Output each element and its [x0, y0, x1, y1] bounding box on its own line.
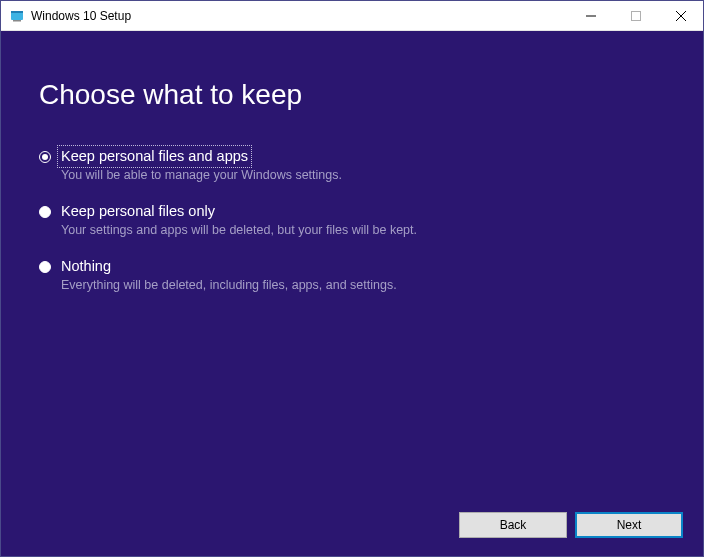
- option-description: Everything will be deleted, including fi…: [61, 278, 397, 292]
- setup-window: Windows 10 Setup Choose what to keep Kee…: [0, 0, 704, 557]
- titlebar: Windows 10 Setup: [1, 1, 703, 31]
- option-text: Nothing Everything will be deleted, incl…: [61, 257, 397, 292]
- options-group: Keep personal files and apps You will be…: [39, 147, 665, 312]
- option-text: Keep personal files and apps You will be…: [61, 147, 342, 182]
- option-text: Keep personal files only Your settings a…: [61, 202, 417, 237]
- option-label: Nothing: [61, 257, 111, 276]
- option-nothing[interactable]: Nothing Everything will be deleted, incl…: [39, 257, 665, 292]
- svg-rect-4: [631, 11, 640, 20]
- app-icon: [9, 8, 25, 24]
- option-label: Keep personal files only: [61, 202, 215, 221]
- svg-rect-2: [13, 20, 21, 22]
- footer-buttons: Back Next: [459, 512, 683, 538]
- option-label: Keep personal files and apps: [59, 147, 250, 166]
- option-keep-files-only[interactable]: Keep personal files only Your settings a…: [39, 202, 665, 237]
- next-button[interactable]: Next: [575, 512, 683, 538]
- page-heading: Choose what to keep: [39, 79, 665, 111]
- option-description: You will be able to manage your Windows …: [61, 168, 342, 182]
- close-button[interactable]: [658, 1, 703, 31]
- window-title: Windows 10 Setup: [31, 9, 131, 23]
- minimize-button[interactable]: [568, 1, 613, 31]
- radio-icon: [39, 151, 51, 163]
- svg-rect-1: [11, 11, 23, 13]
- back-button[interactable]: Back: [459, 512, 567, 538]
- maximize-button: [613, 1, 658, 31]
- radio-icon: [39, 261, 51, 273]
- option-description: Your settings and apps will be deleted, …: [61, 223, 417, 237]
- radio-icon: [39, 206, 51, 218]
- content-area: Choose what to keep Keep personal files …: [1, 31, 703, 556]
- option-keep-files-apps[interactable]: Keep personal files and apps You will be…: [39, 147, 665, 182]
